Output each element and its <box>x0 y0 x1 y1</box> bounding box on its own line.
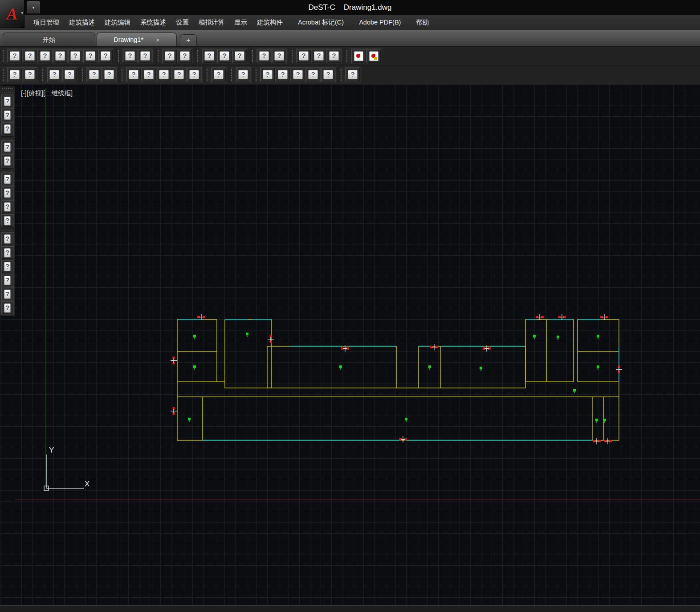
toolbar-button[interactable]: ? <box>217 49 232 63</box>
viewport-controls[interactable]: [-][俯视][二维线框] <box>21 89 73 98</box>
toolbar-drag-grip[interactable] <box>2 88 12 93</box>
toolbar-button[interactable]: ? <box>260 67 275 82</box>
toolbar-button[interactable]: ? <box>47 67 62 82</box>
toolbar-drag-grip[interactable] <box>158 50 161 62</box>
missing-icon-placeholder: ? <box>85 51 95 61</box>
toolbar-button[interactable]: ? <box>22 49 37 63</box>
toolbar-button[interactable]: ? <box>1 122 14 135</box>
toolbar-button[interactable]: ? <box>232 49 247 63</box>
toolbar-button[interactable]: ? <box>272 49 287 63</box>
toolbar-button[interactable]: ? <box>305 67 321 82</box>
toolbar-button[interactable]: ? <box>37 49 53 63</box>
toolbar-button[interactable]: ? <box>1 287 14 301</box>
toolbar-drag-grip[interactable] <box>3 50 6 62</box>
quick-access-dropdown[interactable]: ▾ <box>27 1 40 13</box>
toolbar-button[interactable]: ? <box>256 49 272 63</box>
toolbar-button[interactable]: ? <box>211 67 226 82</box>
toolbar-button[interactable]: ? <box>275 67 290 82</box>
toolbar-drag-grip[interactable] <box>231 69 234 81</box>
toolbar-drag-grip[interactable] <box>252 50 255 62</box>
toolbar-button[interactable]: ? <box>326 49 342 63</box>
toolbar-drag-grip[interactable] <box>42 69 45 81</box>
toolbar-button[interactable]: ? <box>102 67 117 82</box>
toolbar-button[interactable]: ? <box>202 49 217 63</box>
toolbar-button[interactable]: ? <box>53 49 68 63</box>
missing-icon-placeholder: ? <box>4 175 11 184</box>
toolbar-button[interactable]: ? <box>162 49 177 63</box>
toolbar-button[interactable]: ? <box>68 49 83 63</box>
toolbar-button[interactable]: ? <box>156 67 171 82</box>
toolbar-button[interactable]: ? <box>1 108 14 122</box>
acrobat-pdf-button[interactable] <box>366 49 381 63</box>
menu-item[interactable]: 设置 <box>171 15 194 30</box>
tab-close-icon[interactable]: × <box>156 36 160 44</box>
toolbar-button[interactable]: ? <box>126 67 141 82</box>
missing-icon-placeholder: ? <box>314 51 324 61</box>
toolbar-button[interactable]: ? <box>311 49 326 63</box>
toolbar-button[interactable]: ? <box>171 67 187 82</box>
toolbar-drag-grip[interactable] <box>118 50 121 62</box>
cad-drawing[interactable]: YX <box>0 84 700 605</box>
menu-item[interactable]: 建筑描述 <box>64 15 100 30</box>
toolbar-drag-grip[interactable] <box>122 69 125 81</box>
toolbar-drag-grip[interactable] <box>207 69 210 81</box>
menu-item[interactable]: 模拟计算 <box>194 15 229 30</box>
toolbar-drag-grip[interactable] <box>341 69 344 81</box>
menu-item[interactable]: 帮助 <box>411 15 434 30</box>
menu-item[interactable]: Adobe PDF(B) <box>354 15 406 30</box>
toolbar-button[interactable]: ? <box>321 67 336 82</box>
toolbar-drag-grip[interactable] <box>197 50 200 62</box>
toolbar-button[interactable]: ? <box>1 200 14 213</box>
menu-item[interactable]: 显示 <box>229 15 252 30</box>
new-tab-button[interactable]: + <box>180 34 197 46</box>
toolbar-button[interactable]: ? <box>1 214 14 227</box>
toolbar-button[interactable]: ? <box>1 246 14 259</box>
autocad-logo[interactable]: A ▾ <box>0 0 24 28</box>
toolbar-button[interactable]: ? <box>236 67 251 82</box>
toolbar-button[interactable]: ? <box>1 301 14 314</box>
toolbar-button[interactable]: ? <box>98 49 113 63</box>
toolbar-button[interactable]: ? <box>345 67 360 82</box>
menu-item[interactable]: 建筑编辑 <box>100 15 135 30</box>
toolbar-button[interactable]: ? <box>296 49 311 63</box>
drawing-canvas[interactable]: [-][俯视][二维线框] ??????????????? YX <box>0 84 700 605</box>
menu-item[interactable]: 项目管理 <box>28 15 64 30</box>
door-markers-green[interactable] <box>188 333 606 423</box>
toolbar-button[interactable]: ? <box>1 273 14 287</box>
missing-icon-placeholder: ? <box>4 97 11 106</box>
toolbar-button[interactable]: ? <box>290 67 305 82</box>
toolbar-button[interactable]: ? <box>83 49 98 63</box>
toolbar-button[interactable]: ? <box>187 67 202 82</box>
missing-icon-placeholder: ? <box>259 51 269 61</box>
menu-item[interactable]: Acrobat 标记(C) <box>293 15 349 30</box>
toolbar-button[interactable]: ? <box>1 140 14 154</box>
toolbar-button[interactable]: ? <box>177 49 192 63</box>
toolbar-button[interactable]: ? <box>1 186 14 200</box>
toolbar-button[interactable]: ? <box>22 67 37 82</box>
command-panel-edge[interactable] <box>0 605 700 612</box>
walls-cyan[interactable] <box>178 320 619 441</box>
toolbar-drag-grip[interactable] <box>3 69 6 81</box>
toolbar-drag-grip[interactable] <box>346 50 350 62</box>
toolbar-drag-grip[interactable] <box>82 69 85 81</box>
toolbar-button[interactable]: ? <box>86 67 102 82</box>
tab-start[interactable]: 开始 <box>3 33 95 46</box>
menu-item[interactable]: 建筑构件 <box>252 15 288 30</box>
toolbar-button[interactable]: ? <box>1 232 14 245</box>
menu-item[interactable]: 系统描述 <box>135 15 171 30</box>
toolbar-button[interactable]: ? <box>122 49 138 63</box>
acrobat-pdf-button[interactable] <box>351 49 366 63</box>
toolbar-button[interactable]: ? <box>141 67 156 82</box>
toolbar-drag-grip[interactable] <box>292 50 295 62</box>
toolbar-button[interactable]: ? <box>1 260 14 273</box>
toolbar-drag-grip[interactable] <box>256 69 259 81</box>
toolbar-button[interactable]: ? <box>7 49 22 63</box>
walls-yellow[interactable] <box>177 320 619 441</box>
toolbar-button[interactable]: ? <box>62 67 77 82</box>
toolbar-button[interactable]: ? <box>1 172 14 186</box>
toolbar-button[interactable]: ? <box>1 154 14 167</box>
toolbar-button[interactable]: ? <box>1 94 14 108</box>
tab-drawing1[interactable]: Drawing1* × <box>97 33 177 46</box>
toolbar-button[interactable]: ? <box>138 49 153 63</box>
toolbar-button[interactable]: ? <box>7 67 22 82</box>
